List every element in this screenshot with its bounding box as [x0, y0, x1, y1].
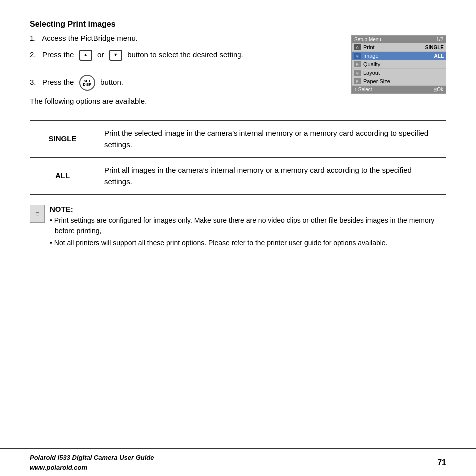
table-row-single: SINGLE Print the selected image in the c…: [30, 121, 446, 158]
setup-menu-row-layout: ⎘ Layout: [352, 69, 446, 77]
step-3-text-after: button.: [100, 78, 123, 86]
steps-text: 1. Access the PictBridge menu. 2. Press …: [30, 33, 341, 115]
setup-menu-row-print: ⎙ Print SINGLE: [352, 43, 446, 52]
note-content: NOTE: • Print settings are configured fo…: [50, 205, 446, 250]
down-button-icon[interactable]: ▼: [109, 50, 122, 61]
papersize-row-icon: ⎘: [354, 78, 361, 84]
step-2: 2. Press the ▲ or ▼ button to select the…: [30, 49, 341, 72]
print-row-icon: ⎙: [354, 44, 361, 50]
page-content: Selecting Print images 1. Access the Pic…: [0, 0, 476, 449]
page-title: Selecting Print images: [30, 20, 446, 29]
step-2-text-after: button to select the desired setting.: [127, 50, 243, 59]
step-1-text: Access the PictBridge menu.: [42, 34, 138, 42]
option-single-description: Print the selected image in the camera’s…: [95, 121, 446, 158]
page-footer: Polaroid i533 Digital Camera User Guide …: [0, 448, 476, 476]
setup-menu-header-label: Setup Menu: [354, 37, 381, 42]
option-single-label: SINGLE: [30, 121, 95, 158]
layout-row-label: Layout: [363, 70, 444, 76]
step-2-number: 2.: [30, 50, 36, 59]
step-2-or: or: [97, 50, 104, 59]
image-row-label: Image: [363, 53, 434, 59]
setup-menu-footer: ↕ Select ⎘Ok: [352, 86, 446, 93]
setup-menu-footer-ok: ⎘Ok: [434, 87, 443, 92]
step-2-text-before: Press the: [42, 50, 74, 59]
table-row-all: ALL Print all images in the camera’s int…: [30, 158, 446, 195]
step-1-number: 1.: [30, 34, 36, 42]
option-all-label: ALL: [30, 158, 95, 195]
quality-row-icon: ⎘: [354, 61, 361, 67]
print-row-value: SINGLE: [425, 45, 444, 50]
papersize-row-label: Paper Size: [363, 78, 444, 84]
footer-brand: Polaroid i533 Digital Camera User Guide: [30, 453, 154, 463]
image-row-value: ALL: [434, 53, 444, 59]
footer-page-number: 71: [437, 458, 446, 467]
setup-menu-header: Setup Menu 1/2: [352, 36, 446, 43]
note-section: NOTE: • Print settings are configured fo…: [30, 205, 446, 250]
step-3: 3. Press the SETDISP button.: [30, 75, 341, 91]
note-bullet-1: • Print settings are configured for imag…: [50, 215, 446, 236]
image-row-icon: ⎘: [354, 53, 361, 59]
options-table: SINGLE Print the selected image in the c…: [30, 120, 446, 195]
step-3-text-before: Press the: [42, 78, 74, 86]
set-button-icon[interactable]: SETDISP: [79, 75, 95, 91]
up-button-icon[interactable]: ▲: [79, 50, 92, 61]
layout-row-icon: ⎘: [354, 70, 361, 76]
steps-area: 1. Access the PictBridge menu. 2. Press …: [30, 33, 446, 115]
setup-menu-row-quality: ⎘ Quality: [352, 60, 446, 69]
option-all-description: Print all images in the camera’s interna…: [95, 158, 446, 195]
print-row-label: Print: [363, 44, 425, 50]
setup-menu-header-page: 1/2: [436, 37, 443, 42]
setup-menu-row-image: ⎘ Image ALL: [352, 52, 446, 60]
step-1: 1. Access the PictBridge menu.: [30, 33, 341, 44]
setup-menu: Setup Menu 1/2 ⎙ Print SINGLE ⎘ Image AL…: [351, 35, 446, 94]
setup-menu-footer-select: ↕ Select: [354, 87, 372, 92]
footer-website: www.polaroid.com: [30, 463, 154, 473]
footer-left: Polaroid i533 Digital Camera User Guide …: [30, 453, 154, 472]
options-intro-text: The following options are available.: [30, 97, 341, 105]
setup-menu-row-papersize: ⎘ Paper Size: [352, 77, 446, 86]
step-3-number: 3.: [30, 78, 36, 86]
note-title: NOTE:: [50, 205, 446, 213]
note-bullet-2: • Not all printers will support all thes…: [50, 238, 446, 248]
quality-row-label: Quality: [363, 61, 444, 67]
note-icon: [30, 205, 45, 223]
